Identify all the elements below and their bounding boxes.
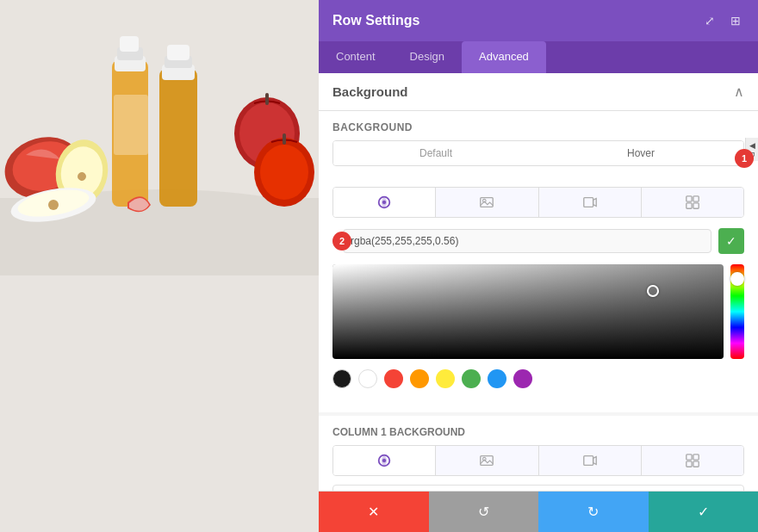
expand-icon[interactable]: ⤢ (701, 12, 718, 29)
tabs-bar: Content Design Advanced (319, 41, 758, 73)
image-type-tab[interactable] (436, 188, 538, 217)
color-value-input[interactable] (343, 229, 711, 253)
svg-rect-34 (693, 203, 699, 208)
svg-point-12 (260, 145, 308, 200)
column-bg-section: Column 1 Background (319, 416, 758, 491)
badge-number-1: 1 (735, 149, 754, 168)
svg-rect-33 (687, 203, 692, 208)
swatch-purple[interactable] (513, 369, 532, 388)
panel-title: Row Settings (332, 13, 419, 28)
background-section: Background ∧ Background Default Hover 1 (319, 73, 758, 412)
swatch-red[interactable] (384, 369, 403, 388)
save-icon: ✓ (698, 504, 709, 520)
tab-advanced[interactable]: Advanced (462, 41, 546, 73)
panel-header: Row Settings ⤢ ⊞ (319, 0, 758, 41)
swatch-green[interactable] (462, 369, 481, 388)
svg-rect-10 (265, 93, 269, 105)
svg-rect-28 (481, 198, 493, 207)
save-button[interactable]: ✓ (649, 492, 759, 532)
svg-rect-42 (687, 461, 692, 467)
photo-area (0, 0, 319, 532)
swatch-orange[interactable] (410, 369, 429, 388)
panel-content: Background ∧ Background Default Hover 1 (319, 73, 758, 491)
add-bg-color-area[interactable]: + Add Background Color (332, 485, 744, 491)
svg-rect-19 (159, 69, 197, 207)
svg-rect-32 (693, 196, 699, 201)
color-swatches (332, 366, 744, 392)
color-icon (376, 195, 392, 210)
svg-rect-40 (687, 455, 692, 460)
bg-subsection: Background Default Hover 1 (319, 111, 758, 412)
svg-rect-22 (167, 45, 190, 60)
checkmark-icon: ✓ (726, 234, 736, 248)
badge-number-2: 2 (332, 232, 351, 251)
settings-panel: Row Settings ⤢ ⊞ Content Design Advanced… (319, 0, 758, 532)
image-icon (479, 195, 494, 210)
section-header: Background ∧ (319, 73, 758, 111)
hover-tab[interactable]: Hover (538, 141, 743, 165)
hue-slider[interactable] (730, 264, 744, 359)
svg-rect-13 (283, 133, 286, 145)
video-icon (582, 195, 598, 210)
color-picker[interactable] (332, 264, 744, 359)
svg-point-36 (382, 459, 386, 462)
color-type-tab[interactable] (333, 188, 436, 217)
swatch-black[interactable] (332, 369, 351, 388)
col-pattern-icon (685, 453, 700, 468)
col-bg-label: Column 1 Background (332, 426, 744, 438)
col-bg-type-tabs (332, 445, 744, 476)
undo-button[interactable]: ↺ (429, 492, 539, 532)
svg-rect-41 (693, 455, 699, 460)
col-pattern-tab[interactable] (642, 446, 743, 475)
default-hover-toggle: Default Hover (332, 140, 744, 166)
cancel-icon: ✕ (368, 504, 379, 520)
col-image-tab[interactable] (436, 446, 538, 475)
svg-point-25 (48, 200, 59, 210)
swatch-blue[interactable] (488, 369, 506, 388)
svg-rect-31 (687, 196, 692, 201)
bg-label: Background (332, 121, 744, 133)
svg-rect-39 (583, 456, 593, 466)
col-video-tab[interactable] (539, 446, 642, 475)
section-title: Background (332, 84, 408, 99)
tab-content[interactable]: Content (319, 41, 393, 73)
svg-rect-17 (120, 36, 139, 52)
svg-rect-18 (114, 95, 148, 155)
col-color-icon (376, 453, 392, 468)
redo-icon: ↻ (587, 504, 599, 520)
undo-icon: ↺ (478, 504, 489, 520)
swatch-yellow[interactable] (436, 369, 455, 388)
col-video-icon (582, 453, 598, 468)
redo-button[interactable]: ↻ (538, 492, 649, 532)
svg-rect-30 (583, 198, 593, 207)
hue-thumb[interactable] (730, 272, 744, 286)
cancel-button[interactable]: ✕ (319, 492, 429, 532)
color-input-row: 2 ✓ (343, 228, 744, 254)
columns-icon[interactable]: ⊞ (727, 12, 744, 29)
col-color-tab[interactable] (333, 446, 436, 475)
bottom-toolbar: ✕ ↺ ↻ ✓ (319, 491, 758, 532)
swatch-white[interactable] (358, 369, 377, 388)
svg-point-27 (382, 201, 386, 204)
pattern-icon (685, 195, 700, 210)
pattern-type-tab[interactable] (642, 188, 743, 217)
default-tab[interactable]: Default (333, 141, 538, 165)
product-photo (0, 0, 319, 275)
svg-rect-37 (481, 456, 493, 466)
header-icons: ⤢ ⊞ (701, 12, 744, 29)
video-type-tab[interactable] (539, 188, 642, 217)
saturation-area[interactable] (332, 264, 724, 359)
svg-rect-43 (693, 461, 699, 467)
chevron-up-icon[interactable]: ∧ (734, 84, 744, 100)
tab-design[interactable]: Design (393, 41, 462, 73)
bg-type-tabs (332, 187, 744, 218)
default-hover-wrapper: Default Hover 1 (332, 140, 744, 176)
col-image-icon (479, 453, 494, 468)
confirm-color-button[interactable]: ✓ (718, 228, 744, 254)
